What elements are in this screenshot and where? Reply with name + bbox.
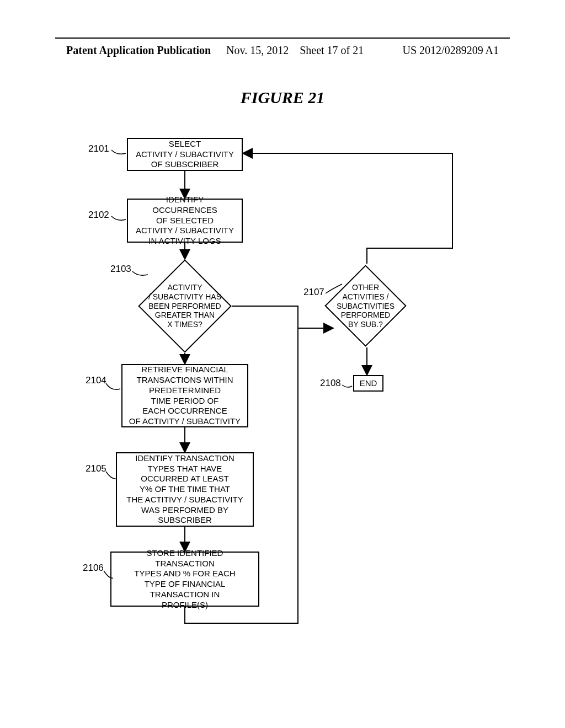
- label-2108: 2108: [320, 378, 341, 389]
- node-2104: RETRIEVE FINANCIALTRANSACTIONS WITHINPRE…: [121, 364, 248, 427]
- node-2105: IDENTIFY TRANSACTIONTYPES THAT HAVEOCCUR…: [116, 452, 254, 527]
- header-pubno: US 2012/0289209 A1: [403, 44, 499, 57]
- node-2104-text: RETRIEVE FINANCIALTRANSACTIONS WITHINPRE…: [129, 365, 241, 427]
- node-2107: OTHERACTIVITIES /SUBACTIVITIESPERFORMEDB…: [324, 265, 406, 346]
- node-2108: END: [353, 375, 383, 392]
- header-publication: Patent Application Publication: [66, 44, 211, 57]
- label-2103: 2103: [110, 264, 131, 275]
- node-2102-text: IDENTIFY OCCURRENCESOF SELECTEDACTIVITY …: [134, 195, 236, 247]
- header-sheet: Sheet 17 of 21: [300, 44, 364, 56]
- node-2103: ACTIVITY/ SUBACTIVITY HASBEEN PERFORMEDG…: [138, 259, 232, 353]
- node-2105-text: IDENTIFY TRANSACTIONTYPES THAT HAVEOCCUR…: [126, 453, 243, 526]
- node-2101: SELECTACTIVITY / SUBACTIVITYOF SUBSCRIBE…: [127, 138, 243, 171]
- node-2107-text: OTHERACTIVITIES /SUBACTIVITIESPERFORMEDB…: [327, 283, 404, 329]
- header-date: Nov. 15, 2012: [226, 44, 289, 56]
- header-rule: [55, 38, 510, 39]
- node-2103-text: ACTIVITY/ SUBACTIVITY HASBEEN PERFORMEDG…: [135, 283, 234, 329]
- label-2105: 2105: [86, 463, 106, 474]
- figure-title: FIGURE 21: [0, 88, 565, 107]
- label-2104: 2104: [86, 375, 106, 386]
- flowchart: SELECTACTIVITY / SUBACTIVITYOF SUBSCRIBE…: [66, 127, 497, 689]
- header-date-sheet: Nov. 15, 2012 Sheet 17 of 21: [226, 44, 364, 57]
- node-2102: IDENTIFY OCCURRENCESOF SELECTEDACTIVITY …: [127, 199, 243, 243]
- node-2108-text: END: [360, 378, 377, 389]
- node-2106: STORE IDENTIFIED TRANSACTIONTYPES AND % …: [110, 552, 259, 607]
- label-2107: 2107: [303, 287, 324, 298]
- label-2106: 2106: [83, 563, 104, 574]
- node-2106-text: STORE IDENTIFIED TRANSACTIONTYPES AND % …: [117, 548, 253, 611]
- node-2101-text: SELECTACTIVITY / SUBACTIVITYOF SUBSCRIBE…: [136, 139, 234, 170]
- label-2102: 2102: [88, 210, 109, 221]
- label-2101: 2101: [88, 143, 109, 154]
